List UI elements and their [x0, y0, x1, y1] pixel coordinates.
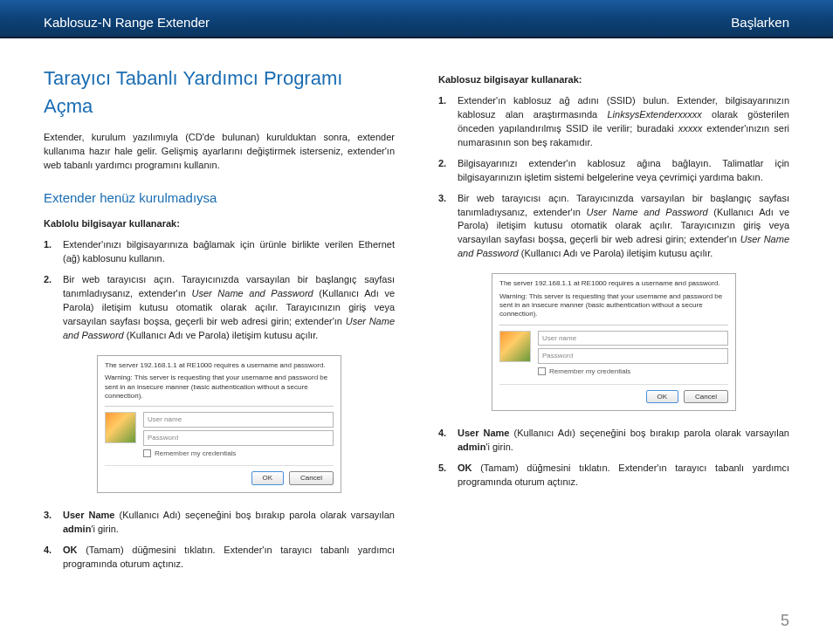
step-1: Extender'ınızı bilgisayarınıza bağlamak …	[44, 238, 395, 266]
cancel-button[interactable]: Cancel	[684, 390, 728, 404]
ok-button[interactable]: OK	[646, 390, 679, 404]
password-field[interactable]: Password	[538, 348, 728, 364]
step-w3: Bir web tarayıcısı açın. Tarayıcınızda v…	[438, 192, 789, 262]
step-4: OK (Tamam) düğmesini tıklatın. Extender'…	[44, 544, 395, 572]
step-w2: Bilgisayarınızı extender'ın kablosuz ağı…	[438, 157, 789, 185]
step-3: User Name (Kullanıcı Adı) seçeneğini boş…	[44, 509, 395, 537]
remember-checkbox[interactable]: Remember my credentials	[538, 367, 728, 377]
intro-paragraph: Extender, kurulum yazılımıyla (CD'de bul…	[44, 131, 395, 173]
doc-title-right: Başlarken	[731, 15, 789, 30]
subsection-heading-wired: Kablolu bilgisayar kullanarak:	[44, 217, 395, 231]
steps-wired-cont: User Name (Kullanıcı Adı) seçeneğini boş…	[44, 509, 395, 572]
checkbox-icon	[538, 367, 546, 375]
subsection-heading-wireless: Kablosuz bilgisayar kullanarak:	[438, 73, 789, 87]
auth-dialog-figure-2: The server 192.168.1.1 at RE1000 require…	[438, 273, 789, 411]
step-w1: Extender'ın kablosuz ağ adını (SSID) bul…	[438, 94, 789, 150]
step-w5: OK (Tamam) düğmesini tıklatın. Extender'…	[438, 462, 789, 490]
steps-wireless-cont: User Name (Kullanıcı Adı) seçeneğini boş…	[438, 427, 789, 490]
steps-wireless: Extender'ın kablosuz ağ adını (SSID) bul…	[438, 94, 789, 261]
section-heading: Extender henüz kurulmadıysa	[44, 188, 395, 208]
avatar-icon	[105, 412, 136, 443]
page-heading: Tarayıcı Tabanlı Yardımcı Programı Açma	[44, 65, 395, 120]
ok-button[interactable]: OK	[251, 471, 285, 485]
auth-dialog-2: The server 192.168.1.1 at RE1000 require…	[492, 273, 736, 411]
dialog-message: The server 192.168.1.1 at RE1000 require…	[105, 361, 334, 408]
remember-checkbox[interactable]: Remember my credentials	[143, 449, 334, 459]
left-column: Tarayıcı Tabanlı Yardımcı Programı Açma …	[44, 65, 395, 579]
doc-title-left: Kablosuz-N Range Extender	[44, 15, 210, 30]
step-w4: User Name (Kullanıcı Adı) seçeneğini boş…	[438, 427, 789, 455]
dialog-message-2: The server 192.168.1.1 at RE1000 require…	[499, 279, 728, 325]
auth-dialog: The server 192.168.1.1 at RE1000 require…	[97, 355, 341, 493]
checkbox-icon	[143, 449, 151, 457]
header-bar: Kablosuz-N Range Extender Başlarken	[0, 0, 833, 38]
steps-wired: Extender'ınızı bilgisayarınıza bağlamak …	[44, 238, 395, 343]
step-2: Bir web tarayıcısı açın. Tarayıcınızda v…	[44, 273, 395, 343]
right-column: Kablosuz bilgisayar kullanarak: Extender…	[438, 65, 789, 579]
username-field[interactable]: User name	[538, 331, 728, 346]
page-content: Tarayıcı Tabanlı Yardımcı Programı Açma …	[0, 38, 833, 579]
avatar-icon	[499, 331, 531, 362]
page-number: 5	[781, 612, 789, 630]
auth-dialog-figure: The server 192.168.1.1 at RE1000 require…	[44, 355, 395, 493]
password-field[interactable]: Password	[143, 430, 334, 446]
username-field[interactable]: User name	[143, 412, 334, 428]
cancel-button[interactable]: Cancel	[289, 471, 334, 485]
